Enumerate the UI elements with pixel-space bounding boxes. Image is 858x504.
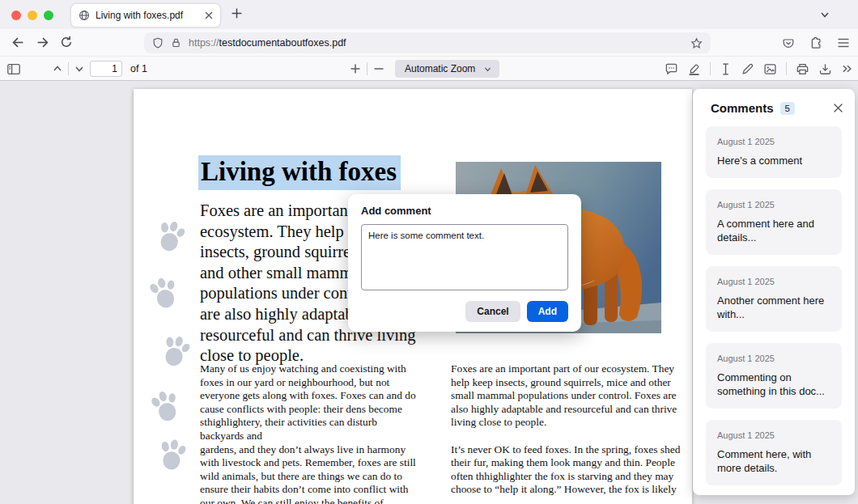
pocket-icon[interactable] bbox=[782, 37, 795, 49]
chevron-down-icon bbox=[483, 65, 492, 74]
comment-textarea[interactable]: Here is some comment text. bbox=[361, 224, 568, 290]
comment-text: Here's a comment bbox=[717, 154, 830, 167]
comment-text: A comment here and details... bbox=[717, 217, 830, 244]
comment-text: Comment here, with more details. bbox=[717, 447, 830, 475]
menu-hamburger-icon[interactable] bbox=[837, 37, 850, 49]
comment-date: August 1 2025 bbox=[717, 137, 830, 146]
list-all-tabs-chevron-icon[interactable] bbox=[819, 9, 830, 20]
image-tool-icon[interactable] bbox=[763, 62, 777, 76]
page-number-input[interactable] bbox=[90, 61, 122, 77]
save-download-icon[interactable] bbox=[818, 62, 832, 76]
cancel-button[interactable]: Cancel bbox=[465, 301, 520, 322]
reload-button[interactable] bbox=[60, 36, 73, 49]
comment-date: August 1 2025 bbox=[717, 200, 830, 210]
comment-card[interactable]: August 1 2025 A comment here and details… bbox=[706, 189, 842, 255]
comments-panel: Comments 5 August 1 2025 Here's a commen… bbox=[693, 89, 855, 495]
add-comment-dialog-title: Add comment bbox=[361, 205, 568, 217]
paw-print-icon bbox=[155, 331, 196, 373]
paw-print-icon bbox=[151, 216, 191, 257]
document-column-right: Foxes are an important part of our ecosy… bbox=[451, 362, 687, 497]
comments-list: August 1 2025 Here's a comment August 1 … bbox=[693, 125, 855, 487]
comment-text: Another comment here with... bbox=[717, 294, 830, 321]
zoom-in-icon[interactable] bbox=[350, 63, 361, 74]
forward-button[interactable] bbox=[36, 36, 49, 49]
tab-close-icon[interactable] bbox=[205, 11, 213, 19]
window-minimize-button[interactable] bbox=[28, 11, 37, 20]
comment-card[interactable]: August 1 2025 Another comment here with.… bbox=[706, 266, 842, 332]
window-zoom-button[interactable] bbox=[44, 11, 53, 20]
zoom-out-icon[interactable] bbox=[373, 63, 384, 74]
sidebar-toggle-icon[interactable] bbox=[6, 62, 21, 76]
highlight-tool-icon[interactable] bbox=[687, 62, 701, 76]
back-button[interactable] bbox=[11, 36, 25, 49]
browser-window: Living with foxes.pdf bbox=[0, 0, 858, 504]
url-text: https://testdocumentaboutfoxes.pdf bbox=[189, 37, 346, 49]
zoom-select[interactable]: Automatic Zoom bbox=[395, 60, 499, 78]
comments-panel-title: Comments bbox=[711, 101, 774, 115]
draw-pencil-tool-icon[interactable] bbox=[741, 62, 754, 76]
document-column-left: Many of us enjoy watching and coexisting… bbox=[200, 362, 420, 504]
comment-tool-icon[interactable] bbox=[665, 62, 678, 76]
window-close-button[interactable] bbox=[11, 11, 21, 20]
add-button[interactable]: Add bbox=[527, 301, 568, 322]
tab-bar: Living with foxes.pdf bbox=[0, 0, 858, 29]
navigation-bar: https://testdocumentaboutfoxes.pdf bbox=[0, 29, 858, 57]
print-icon[interactable] bbox=[796, 62, 809, 76]
comment-date: August 1 2025 bbox=[717, 277, 830, 286]
tab-title: Living with foxes.pdf bbox=[96, 10, 205, 21]
more-tools-chevrons-icon[interactable] bbox=[841, 63, 853, 74]
previous-page-chevron-icon[interactable] bbox=[52, 63, 63, 74]
comment-card[interactable]: August 1 2025 Commenting on something in… bbox=[706, 343, 842, 409]
paw-print-icon bbox=[154, 436, 192, 475]
comment-date: August 1 2025 bbox=[717, 354, 830, 363]
pdf-toolbar: of 1 Automatic Zoom bbox=[0, 57, 858, 81]
shield-icon[interactable] bbox=[152, 37, 164, 49]
paw-print-icon bbox=[145, 273, 185, 314]
globe-icon bbox=[79, 10, 90, 21]
comments-panel-close-icon[interactable] bbox=[833, 103, 843, 113]
comment-card[interactable]: August 1 2025 Here's a comment bbox=[706, 126, 842, 178]
extensions-puzzle-icon[interactable] bbox=[809, 36, 822, 49]
page-count-label: of 1 bbox=[130, 63, 147, 74]
comment-card[interactable]: August 1 2025 Comment here, with more de… bbox=[706, 420, 842, 485]
url-bar[interactable]: https://testdocumentaboutfoxes.pdf bbox=[144, 32, 711, 53]
document-title-highlighted: Living with foxes bbox=[198, 155, 401, 190]
nav-right-buttons bbox=[782, 29, 850, 57]
zoom-select-value: Automatic Zoom bbox=[405, 63, 475, 74]
next-page-chevron-icon[interactable] bbox=[74, 63, 85, 74]
bookmark-star-icon[interactable] bbox=[690, 37, 703, 49]
add-comment-dialog: Add comment Here is some comment text. C… bbox=[348, 194, 581, 332]
comment-date: August 1 2025 bbox=[717, 430, 830, 440]
comment-text: Commenting on something in this doc... bbox=[717, 371, 830, 398]
tab-living-with-foxes[interactable]: Living with foxes.pdf bbox=[71, 4, 220, 27]
comments-count-badge: 5 bbox=[780, 102, 795, 115]
new-tab-button[interactable] bbox=[231, 7, 243, 19]
lock-icon[interactable] bbox=[171, 37, 181, 49]
free-text-tool-icon[interactable] bbox=[720, 62, 732, 76]
paw-print-icon bbox=[146, 386, 186, 427]
